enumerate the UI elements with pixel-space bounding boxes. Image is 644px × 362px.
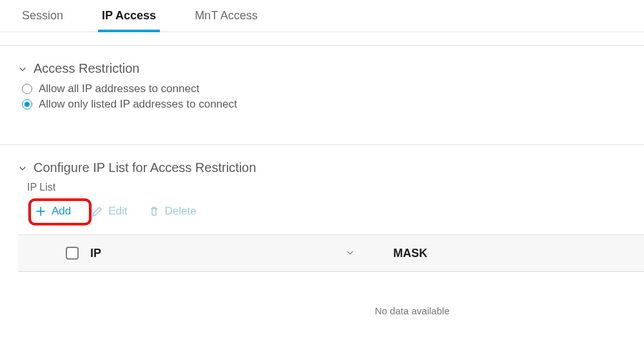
radio-allow-all[interactable]: Allow all IP addresses to connect [22,82,626,95]
radio-group-access: Allow all IP addresses to connect Allow … [22,82,626,111]
ip-list-label: IP List [27,182,626,193]
select-all-checkbox-cell [54,247,90,260]
section-header-configure-ip-list[interactable]: Configure IP List for Access Restriction [18,160,626,175]
radio-icon [22,84,32,94]
sort-chevron-icon [346,247,355,260]
section-title: Access Restriction [34,61,140,76]
radio-icon-selected [22,99,32,110]
radio-label: Allow only listed IP addresses to connec… [39,98,237,111]
radio-label: Allow all IP addresses to connect [39,82,199,95]
tab-ip-access[interactable]: IP Access [98,0,160,32]
column-header-mask[interactable]: MASK [393,247,427,260]
tab-mnt-access[interactable]: MnT Access [191,0,262,32]
plus-icon [35,205,46,217]
toolbar: Add Edit Delete [18,205,626,218]
edit-button-label: Edit [108,205,127,218]
section-configure-ip-list: Configure IP List for Access Restriction… [0,145,644,234]
delete-button-label: Delete [165,205,197,218]
table-header-row: IP MASK [18,234,644,272]
column-header-ip[interactable]: IP [90,247,367,260]
section-header-access-restriction[interactable]: Access Restriction [18,61,626,76]
section-access-restriction: Access Restriction Allow all IP addresse… [0,46,644,121]
section-title: Configure IP List for Access Restriction [34,160,256,175]
add-button-label: Add [52,205,71,218]
chevron-down-icon [18,164,27,173]
column-header-ip-label: IP [90,247,101,260]
tab-bar: Session IP Access MnT Access [0,0,644,32]
edit-button[interactable]: Edit [92,205,127,218]
select-all-checkbox[interactable] [66,247,79,260]
trash-icon [148,205,160,217]
tab-session[interactable]: Session [18,0,67,32]
chevron-down-icon [18,64,27,73]
pencil-icon [92,205,103,217]
radio-allow-listed[interactable]: Allow only listed IP addresses to connec… [22,98,626,111]
delete-button[interactable]: Delete [148,205,197,218]
add-button[interactable]: Add [35,205,71,218]
table-empty-message: No data available [181,272,644,329]
